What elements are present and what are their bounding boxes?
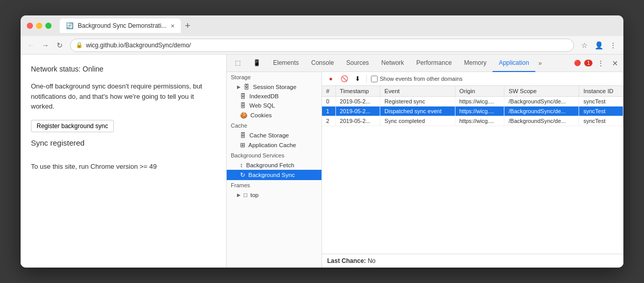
clear-button[interactable]: 🚫 (340, 74, 349, 83)
account-button[interactable]: 👤 (592, 39, 605, 51)
sidebar-section-cache: Cache (227, 120, 321, 131)
back-button[interactable]: ← (25, 39, 37, 51)
cell-event: Registered sync (380, 97, 455, 107)
tab-memory[interactable]: Memory (458, 55, 493, 72)
sidebar-section-storage: Storage (227, 72, 321, 82)
devtools-toolbar: ● 🚫 ⬇ Show events from other domains (322, 72, 623, 86)
expand-icon: ▶ (237, 84, 241, 90)
sidebar-label: Application Cache (248, 142, 296, 148)
last-chance-panel: Last Chance: No (322, 254, 623, 268)
download-button[interactable]: ⬇ (353, 74, 362, 83)
forward-button[interactable]: → (39, 39, 52, 51)
events-table: # Timestamp Event Origin SW Scope Instan… (322, 86, 623, 254)
devtools-main-panel: ● 🚫 ⬇ Show events from other domains (322, 72, 623, 268)
tab-memory-label: Memory (464, 59, 486, 66)
devtools-close-button[interactable]: ✕ (609, 57, 621, 69)
element-picker-icon: ⬚ (235, 59, 241, 66)
table-row[interactable]: 2 2019-05-2... Sync completed https://wi… (322, 116, 623, 126)
tab-application-label: Application (499, 59, 529, 66)
cache-icon: 🗄 (240, 132, 246, 138)
expand-icon: ▶ (237, 192, 241, 198)
cell-event: Sync completed (380, 116, 455, 126)
cell-id: 1 (322, 107, 335, 116)
table-row[interactable]: 0 2019-05-2... Registered sync https://w… (322, 97, 623, 107)
reload-button[interactable]: ↻ (54, 39, 66, 51)
sidebar-item-session-storage[interactable]: ▶ 🗄 Session Storage (227, 82, 321, 92)
sidebar-item-app-cache[interactable]: ⊞ Application Cache (227, 140, 321, 150)
register-sync-button[interactable]: Register background sync (31, 120, 114, 132)
tab-network[interactable]: Network (375, 55, 410, 72)
record-button[interactable]: ● (326, 74, 335, 83)
sidebar-item-websql[interactable]: 🗄 Web SQL (227, 101, 321, 110)
cell-scope: /BackgroundSync/de... (504, 116, 579, 126)
last-chance-label: Last Chance: (327, 257, 366, 264)
cell-scope: /BackgroundSync/de... (504, 97, 579, 107)
tab-network-label: Network (381, 59, 404, 66)
devtools-actions: 🔴 1 ⋮ ✕ (574, 57, 621, 69)
col-scope: SW Scope (504, 86, 579, 97)
other-domains-checkbox-label[interactable]: Show events from other domains (371, 76, 463, 82)
new-tab-button[interactable]: + (183, 21, 193, 31)
cell-instance: syncTest (579, 97, 623, 107)
sidebar-item-indexeddb[interactable]: 🗄 IndexedDB (227, 92, 321, 101)
cell-scope: /BackgroundSync/de... (504, 107, 579, 116)
tab-close-icon[interactable]: ✕ (171, 23, 175, 29)
tab-application[interactable]: Application (493, 55, 535, 72)
sidebar-item-bg-fetch[interactable]: ↕ Background Fetch (227, 161, 321, 170)
sidebar-label: IndexedDB (249, 93, 279, 99)
nav-bar: ← → ↻ 🔒 wicg.github.io/BackgroundSync/de… (21, 36, 623, 55)
col-event: Event (380, 86, 455, 97)
address-bar[interactable]: 🔒 wicg.github.io/BackgroundSync/demo/ (70, 39, 574, 52)
tab-sources[interactable]: Sources (340, 55, 375, 72)
devtools-more-options[interactable]: ⋮ (595, 57, 607, 69)
devtools-tab-bar: ⬚ 📱 Elements Console Sources Network (227, 55, 623, 72)
close-button[interactable] (27, 23, 33, 29)
cell-event: Dispatched sync event (380, 107, 455, 116)
tab-performance-label: Performance (416, 59, 452, 66)
tab-performance[interactable]: Performance (410, 55, 458, 72)
browser-window: 🔄 Background Sync Demonstrati... ✕ + ← →… (21, 15, 623, 268)
db-icon: 🗄 (244, 84, 250, 90)
minimize-button[interactable] (36, 23, 42, 29)
traffic-lights (27, 23, 52, 29)
sidebar-item-top-frame[interactable]: ▶ □ top (227, 190, 321, 200)
sidebar-item-cookies[interactable]: 🍪 Cookies (227, 110, 321, 120)
sidebar-item-bg-sync[interactable]: ↻ Background Sync (227, 170, 321, 180)
sidebar-label: Cache Storage (249, 132, 289, 138)
devtools-sidebar: Storage ▶ 🗄 Session Storage 🗄 IndexedDB … (227, 72, 322, 268)
table-row[interactable]: 1 2019-05-2... Dispatched sync event htt… (322, 107, 623, 116)
cell-id: 2 (322, 116, 335, 126)
devtools-body: Storage ▶ 🗄 Session Storage 🗄 IndexedDB … (227, 72, 623, 268)
cell-timestamp: 2019-05-2... (335, 107, 380, 116)
col-id: # (322, 86, 335, 97)
cell-id: 0 (322, 97, 335, 107)
sidebar-label: Background Sync (248, 172, 295, 178)
tab-sources-label: Sources (346, 59, 369, 66)
url-text: wicg.github.io/BackgroundSync/demo/ (86, 42, 191, 49)
more-tabs-button[interactable]: » (535, 60, 545, 67)
devtools-panel: ⬚ 📱 Elements Console Sources Network (227, 55, 623, 268)
bookmark-button[interactable]: ☆ (578, 39, 590, 51)
main-area: Network status: Online One-off backgroun… (21, 55, 623, 268)
col-timestamp: Timestamp (335, 86, 380, 97)
menu-button[interactable]: ⋮ (607, 39, 619, 51)
maximize-button[interactable] (45, 23, 52, 29)
sidebar-label: Cookies (250, 112, 272, 118)
tab-console[interactable]: Console (305, 55, 340, 72)
active-tab[interactable]: 🔄 Background Sync Demonstrati... ✕ (60, 19, 181, 33)
sidebar-label: Session Storage (253, 84, 296, 90)
tab-title: Background Sync Demonstrati... (78, 22, 166, 29)
devtools-icon-tab[interactable]: ⬚ (229, 55, 247, 72)
db-icon: 🗄 (240, 93, 246, 99)
tab-elements[interactable]: Elements (267, 55, 305, 72)
cookie-icon: 🍪 (240, 112, 247, 119)
sidebar-label: Background Fetch (246, 162, 294, 168)
error-indicator: 🔴 1 (574, 60, 592, 66)
devtools-device-tab[interactable]: 📱 (247, 55, 267, 72)
sidebar-label: top (250, 192, 259, 198)
error-circle-icon: 🔴 (574, 60, 581, 66)
tab-bar: 🔄 Background Sync Demonstrati... ✕ + (60, 19, 617, 33)
sidebar-item-cache-storage[interactable]: 🗄 Cache Storage (227, 131, 321, 140)
other-domains-checkbox[interactable] (371, 76, 378, 82)
last-chance-value: No (368, 257, 376, 264)
